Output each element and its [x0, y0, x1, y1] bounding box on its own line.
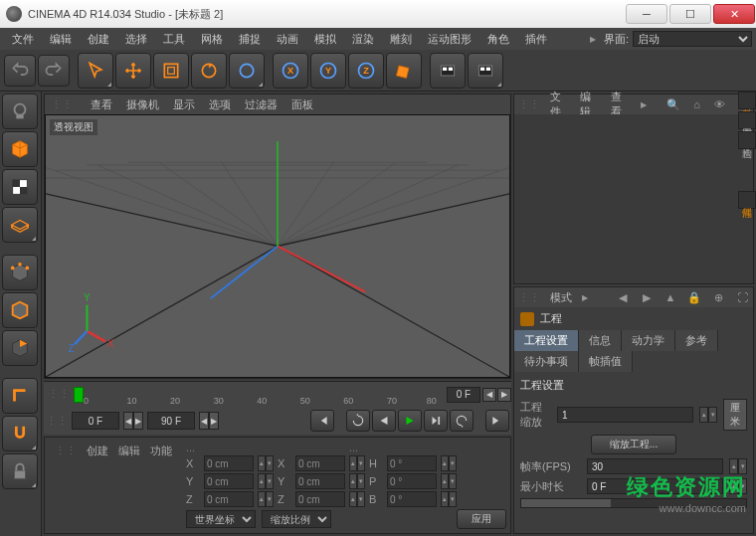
vp-menu-view[interactable]: 查看: [91, 97, 112, 112]
x-axis-lock[interactable]: X: [273, 53, 308, 89]
menu-tools[interactable]: 工具: [155, 30, 193, 49]
tab-project-settings[interactable]: 工程设置: [514, 330, 579, 351]
dock-tab-structure[interactable]: 构造: [738, 131, 756, 149]
menu-plugins[interactable]: 插件: [517, 30, 555, 49]
coord-space-select[interactable]: 世界坐标: [186, 510, 256, 528]
tab-reference[interactable]: 参考: [675, 330, 718, 351]
coord-menu-edit[interactable]: 编辑: [118, 444, 140, 458]
size-y[interactable]: [295, 473, 345, 489]
lock-tool[interactable]: [2, 453, 38, 489]
nav-fwd-icon[interactable]: ▶: [640, 290, 654, 304]
menu-simulate[interactable]: 模拟: [306, 30, 344, 49]
step-forward[interactable]: [424, 410, 448, 432]
render-view[interactable]: [430, 53, 466, 89]
pos-x[interactable]: [204, 455, 254, 471]
viewport-3d[interactable]: 透视视图: [45, 114, 510, 378]
rot-p[interactable]: [387, 473, 437, 489]
search-icon[interactable]: 🔍: [666, 97, 680, 111]
vp-menu-camera[interactable]: 摄像机: [126, 97, 159, 112]
current-frame-field[interactable]: [72, 412, 119, 430]
redo-button[interactable]: [38, 55, 70, 87]
close-button[interactable]: ✕: [713, 4, 755, 24]
vp-menu-options[interactable]: 选项: [209, 97, 231, 112]
coord-menu-create[interactable]: 创建: [87, 444, 108, 458]
timeline-left[interactable]: ◀: [482, 388, 496, 402]
minimize-button[interactable]: ─: [626, 4, 667, 24]
frame-step-down[interactable]: ◀: [123, 412, 133, 430]
new-icon[interactable]: ⊕: [711, 290, 725, 304]
vp-menu-filter[interactable]: 过滤器: [245, 97, 278, 112]
rotate-tool[interactable]: [191, 53, 227, 89]
move-tool[interactable]: [115, 53, 151, 89]
menu-snap[interactable]: 捕捉: [231, 30, 269, 49]
size-z[interactable]: [295, 491, 345, 507]
menu-edit[interactable]: 编辑: [42, 30, 80, 49]
edge-mode[interactable]: [2, 292, 38, 328]
menu-create[interactable]: 创建: [80, 30, 117, 49]
frame-step-up[interactable]: ▶: [133, 412, 143, 430]
play-forward[interactable]: [398, 410, 422, 432]
menu-file[interactable]: 文件: [4, 30, 42, 49]
project-scale-field[interactable]: [557, 407, 693, 423]
texture-mode[interactable]: [2, 169, 38, 205]
expand-icon[interactable]: ⛶: [735, 290, 749, 304]
timeline-playhead[interactable]: [74, 387, 84, 403]
nav-back-icon[interactable]: ◀: [616, 290, 630, 304]
select-tool[interactable]: [78, 53, 113, 89]
dock-tab-content[interactable]: 内容浏览器: [738, 111, 756, 129]
dock-tab-attributes[interactable]: 属性: [738, 191, 756, 209]
menu-render[interactable]: 渲染: [344, 30, 382, 49]
goto-end[interactable]: [485, 410, 509, 432]
menu-sculpt[interactable]: 雕刻: [382, 30, 420, 49]
workplane-mode[interactable]: [2, 207, 38, 243]
attr-menu-mode[interactable]: 模式: [550, 290, 572, 305]
y-axis-lock[interactable]: Y: [310, 53, 346, 89]
tab-dynamics[interactable]: 动力学: [622, 330, 675, 351]
tab-interp[interactable]: 帧插值: [579, 351, 633, 372]
recent-tool[interactable]: [229, 53, 265, 89]
menu-mesh[interactable]: 网格: [193, 30, 231, 49]
size-x[interactable]: [295, 455, 345, 471]
snap-tool[interactable]: [2, 416, 38, 451]
range-end-field[interactable]: [147, 412, 195, 430]
tab-todo[interactable]: 待办事项: [514, 351, 579, 372]
make-editable[interactable]: [2, 93, 38, 129]
undo-button[interactable]: [4, 55, 36, 87]
coord-scale-select[interactable]: 缩放比例: [262, 510, 331, 528]
fps-field[interactable]: [587, 458, 723, 474]
menu-animate[interactable]: 动画: [269, 30, 306, 49]
nav-up-icon[interactable]: ▲: [663, 290, 677, 304]
coord-apply-button[interactable]: 应用: [457, 509, 506, 529]
attr-scrollbar[interactable]: [520, 498, 747, 508]
timeline[interactable]: ⋮⋮ 0 10 20 30 40 50 60 70 80 ◀ ▶: [44, 381, 511, 407]
menu-character[interactable]: 角色: [479, 30, 517, 49]
fast-forward[interactable]: [450, 410, 473, 432]
range-step-up[interactable]: ▶: [209, 412, 219, 430]
menu-select[interactable]: 选择: [117, 30, 155, 49]
point-mode[interactable]: [2, 255, 38, 290]
timeline-right[interactable]: ▶: [497, 388, 511, 402]
pos-z[interactable]: [204, 491, 254, 507]
z-axis-lock[interactable]: Z: [348, 53, 384, 89]
coord-menu-func[interactable]: 功能: [150, 444, 172, 458]
menu-mograph[interactable]: 运动图形: [420, 30, 479, 49]
lock-icon[interactable]: 🔒: [687, 290, 701, 304]
scale-tool[interactable]: [153, 53, 189, 89]
mintime-field[interactable]: [587, 478, 723, 494]
scale-project-button[interactable]: 缩放工程...: [591, 435, 676, 454]
rot-h[interactable]: [387, 455, 437, 471]
axis-tool[interactable]: [2, 378, 38, 414]
tab-info[interactable]: 信息: [579, 330, 622, 351]
project-scale-unit[interactable]: 厘米: [723, 399, 747, 431]
timeline-end-field[interactable]: [447, 387, 480, 403]
objects-tree[interactable]: [514, 114, 753, 283]
maximize-button[interactable]: ☐: [669, 4, 711, 24]
coord-system[interactable]: [386, 53, 422, 89]
layout-select[interactable]: 启动: [633, 31, 752, 47]
eye-icon[interactable]: 👁: [713, 97, 726, 111]
rewind[interactable]: [346, 410, 370, 432]
vp-menu-display[interactable]: 显示: [173, 97, 195, 112]
dock-tab-objects[interactable]: 对象: [738, 91, 756, 109]
rot-b[interactable]: [387, 491, 437, 507]
render-picture[interactable]: [468, 53, 503, 89]
